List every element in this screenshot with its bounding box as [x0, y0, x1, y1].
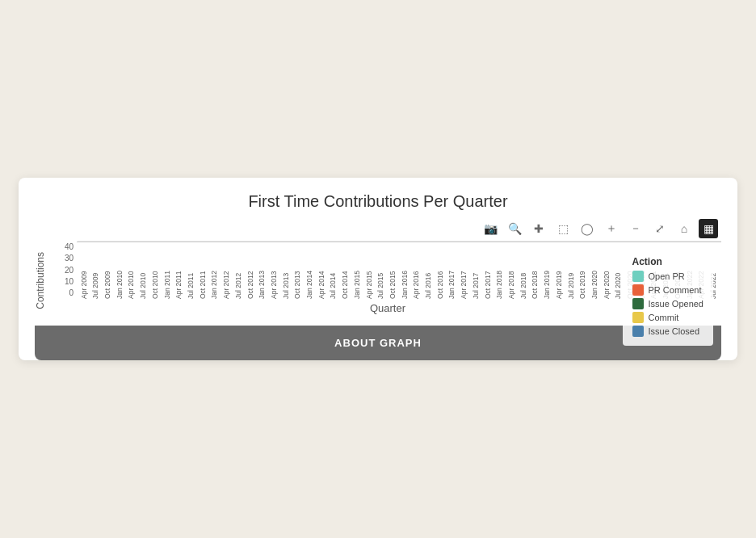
x-label-wrap: Apr 2014 — [316, 242, 328, 299]
x-label-wrap: Jan 2020 — [589, 242, 601, 299]
x-label: Oct 2009 — [104, 242, 111, 299]
x-label: Oct 2013 — [294, 242, 301, 299]
zoom-btn[interactable]: 🔍 — [505, 219, 524, 238]
x-label-wrap: Jan 2013 — [257, 242, 269, 299]
x-label: Jan 2012 — [211, 242, 218, 299]
x-label-wrap: Jul 2018 — [518, 242, 530, 299]
x-label-wrap: Apr 2017 — [459, 242, 471, 299]
x-label-wrap: Jul 2014 — [328, 242, 340, 299]
legend-item-label: Open PR — [649, 271, 685, 281]
x-label-wrap: Jan 2019 — [541, 242, 553, 299]
x-label: Jan 2015 — [354, 242, 361, 299]
x-label-wrap: Oct 2016 — [435, 242, 447, 299]
x-label-wrap: Oct 2017 — [482, 242, 494, 299]
x-label-wrap: Jul 2015 — [376, 242, 388, 299]
x-label: Jul 2011 — [187, 242, 195, 299]
x-label-wrap: Jan 2018 — [494, 242, 506, 299]
x-label-wrap: Jan 2012 — [209, 242, 221, 299]
plus-btn[interactable]: ✚ — [529, 219, 548, 238]
legend-color-swatch — [632, 326, 644, 337]
legend-color-swatch — [632, 271, 644, 282]
camera-btn[interactable]: 📷 — [481, 219, 500, 238]
x-label-wrap: Jan 2014 — [304, 242, 316, 299]
x-label: Apr 2009 — [81, 242, 88, 299]
x-label: Jul 2020 — [615, 242, 622, 299]
x-label: Jan 2011 — [164, 242, 171, 299]
bar-chart-btn[interactable]: ▦ — [699, 219, 718, 238]
fullscreen-btn[interactable]: ⤢ — [650, 219, 670, 238]
x-label-wrap: Jul 2013 — [280, 242, 292, 299]
x-label-wrap: Jan 2015 — [351, 242, 363, 299]
x-label: Apr 2020 — [603, 242, 611, 299]
legend-color-swatch — [632, 284, 644, 296]
legend-item-label: PR Comment — [649, 285, 702, 295]
chart-area: Contributions 010203040 Apr 2009Jul 2009… — [35, 242, 721, 319]
x-axis-title: Quarter — [54, 302, 721, 314]
x-label: Apr 2012 — [223, 242, 230, 299]
x-label: Jan 2019 — [544, 242, 551, 299]
chart-with-axes: 010203040 Apr 2009Jul 2009Oct 2009Jan 20… — [54, 242, 721, 319]
x-label: Apr 2010 — [128, 242, 135, 299]
lasso-btn[interactable]: ◯ — [578, 219, 597, 238]
chart-title: First Time Contributions Per Quarter — [35, 192, 721, 211]
x-label: Oct 2012 — [247, 242, 254, 299]
y-tick: 30 — [54, 254, 77, 263]
y-tick: 40 — [54, 243, 77, 251]
x-label-wrap: Apr 2013 — [268, 242, 280, 299]
x-label: Oct 2019 — [579, 242, 586, 299]
legend-title: Action — [632, 256, 704, 267]
x-label-wrap: Jul 2019 — [565, 242, 578, 299]
x-label: Jul 2010 — [140, 242, 147, 299]
x-label-wrap: Jul 2009 — [90, 242, 103, 299]
x-label: Jul 2009 — [92, 242, 99, 299]
x-label: Jan 2014 — [306, 242, 313, 299]
x-label: Jan 2013 — [258, 242, 266, 299]
x-label: Jul 2015 — [377, 242, 384, 299]
x-label-wrap: Apr 2020 — [601, 242, 613, 299]
about-graph-button[interactable]: ABOUT GRAPH — [35, 326, 721, 360]
x-label: Jan 2010 — [116, 242, 124, 299]
zoom-in-btn[interactable]: ＋ — [602, 219, 621, 238]
y-tick: 20 — [54, 267, 77, 275]
x-label-wrap: Jul 2012 — [233, 242, 245, 299]
x-label: Apr 2013 — [271, 242, 278, 299]
x-label: Apr 2014 — [318, 242, 326, 299]
y-tick: 0 — [54, 289, 77, 297]
x-label-wrap: Apr 2009 — [78, 242, 90, 299]
x-label: Jul 2018 — [520, 242, 527, 299]
legend-item: Open PR — [632, 271, 704, 282]
chart-card: First Time Contributions Per Quarter 📷 🔍… — [19, 178, 737, 360]
y-axis-label: Contributions — [35, 252, 51, 309]
x-label-wrap: Jul 2011 — [185, 242, 197, 299]
x-label: Oct 2018 — [531, 242, 539, 299]
x-label-wrap: Jan 2017 — [447, 242, 459, 299]
x-label: Apr 2016 — [413, 242, 420, 299]
x-label: Jul 2017 — [472, 242, 480, 299]
y-ticks: 010203040 — [54, 242, 77, 299]
x-label-wrap: Jan 2010 — [114, 242, 126, 299]
rect-select-btn[interactable]: ⬚ — [553, 219, 573, 238]
legend-item: Commit — [632, 312, 704, 323]
x-label-wrap: Oct 2010 — [149, 242, 162, 299]
zoom-out-btn[interactable]: － — [626, 219, 645, 238]
grid-line — [78, 241, 721, 242]
legend-color-swatch — [632, 298, 644, 309]
x-label: Jan 2018 — [496, 242, 503, 299]
x-label: Jul 2016 — [425, 242, 432, 299]
legend-item-label: Commit — [649, 313, 679, 322]
x-label: Apr 2019 — [556, 242, 563, 299]
x-label: Jul 2019 — [568, 242, 575, 299]
x-label: Jan 2016 — [401, 242, 409, 299]
legend-item-label: Issue Closed — [649, 326, 700, 336]
reset-btn[interactable]: ⌂ — [674, 219, 694, 238]
x-label-wrap: Oct 2009 — [102, 242, 114, 299]
x-label: Jan 2020 — [591, 242, 598, 299]
legend-item: Issue Opened — [632, 298, 704, 309]
x-label-wrap: Apr 2019 — [553, 242, 565, 299]
y-tick: 10 — [54, 278, 77, 286]
x-label: Jul 2013 — [283, 242, 290, 299]
x-label: Jul 2014 — [330, 242, 337, 299]
x-label-wrap: Oct 2012 — [245, 242, 257, 299]
x-label: Apr 2015 — [366, 242, 373, 299]
x-label-wrap: Apr 2016 — [411, 242, 423, 299]
